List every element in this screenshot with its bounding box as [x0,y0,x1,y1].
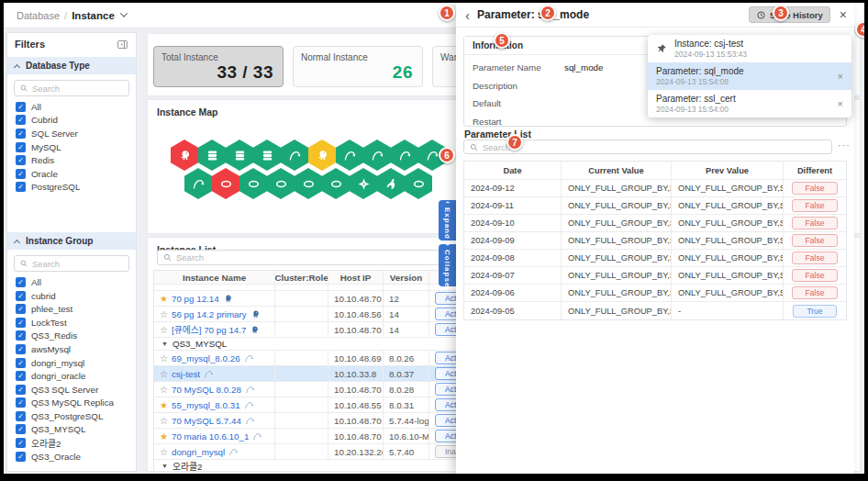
parameter-history-row[interactable]: 2024-09-11ONLY_FULL_GROUP_BY,STRICT_TRA.… [464,197,846,215]
filter-section-header-1[interactable]: Instance Group [7,232,136,250]
filter-checkbox-row[interactable]: ✓QS3 SQL Server [7,383,136,397]
filter-checkbox-row[interactable]: ✓Redis [7,153,136,167]
checkbox-checked-icon[interactable]: ✓ [16,304,26,314]
favorite-star-icon[interactable]: ☆ [160,447,168,457]
checkbox-checked-icon[interactable]: ✓ [16,438,26,448]
instance-list-search[interactable]: Search [157,250,443,265]
favorite-star-icon[interactable]: ★ [160,431,168,442]
more-options-icon[interactable]: ··· [838,140,851,151]
filter-checkbox-row[interactable]: ✓QS3 MySQL Replica [7,397,136,410]
parameter-history-row[interactable]: 2024-09-12ONLY_FULL_GROUP_BY,STRICT_TRA.… [464,180,846,197]
mysql-instance-hexagon[interactable] [336,140,363,171]
collapse-tab[interactable]: › Collapse [439,244,456,286]
checkbox-checked-icon[interactable]: ✓ [16,330,26,341]
layers-instance-hexagon[interactable] [198,140,226,171]
parameter-history-row[interactable]: 2024-09-06ONLY_FULL_GROUP_BY,STRICT_TRA.… [464,285,846,302]
checkbox-checked-icon[interactable]: ✓ [16,358,26,368]
layers-instance-hexagon[interactable] [253,140,281,171]
close-icon[interactable]: × [838,98,843,109]
checkbox-checked-icon[interactable]: ✓ [16,169,26,179]
oracle-instance-hexagon[interactable] [212,168,239,199]
history-item[interactable]: Parameter: sql_mode2024-09-13 15:54:08× [648,62,851,90]
chevron-down-icon[interactable] [120,9,128,17]
instance-name-link[interactable]: 70 maria 10.6.10_1 [172,431,249,442]
filter-checkbox-row[interactable]: ✓MySQL [7,140,136,154]
mysql-instance-hexagon[interactable] [184,168,212,199]
filter-search-input[interactable]: Search [14,80,129,96]
filter-checkbox-row[interactable]: ✓All [7,100,136,114]
filter-checkbox-row[interactable]: ✓QS3_Oracle [7,450,136,464]
oracle-instance-hexagon[interactable] [267,168,295,199]
checkbox-checked-icon[interactable]: ✓ [16,452,26,462]
filter-checkbox-row[interactable]: ✓QS3_PostgreSQL [7,409,136,423]
filter-checkbox-row[interactable]: ✓오라클2 [7,436,136,450]
oracle-instance-hexagon[interactable] [239,168,267,199]
filter-checkbox-row[interactable]: ✓phlee_test [7,302,136,316]
summary-card-1[interactable]: Normal Instance26 [293,46,423,87]
checkbox-checked-icon[interactable]: ✓ [16,129,26,139]
checkbox-checked-icon[interactable]: ✓ [16,397,26,408]
filter-checkbox-row[interactable]: ✓Oracle [7,167,136,181]
favorite-star-icon[interactable]: ☆ [160,325,168,335]
filter-search-input[interactable]: Search [14,255,129,272]
instance-name-link[interactable]: 69_mysql_8.0.26 [172,353,240,364]
close-icon[interactable]: × [838,71,843,82]
favorite-star-icon[interactable]: ☆ [160,309,168,319]
filter-checkbox-row[interactable]: ✓dongri_mysql [7,356,136,370]
filter-section-header-0[interactable]: Database Type [7,57,136,74]
filter-checkbox-row[interactable]: ✓cubrid [7,289,136,303]
mysql-instance-hexagon[interactable] [363,140,391,171]
parameter-history-row[interactable]: 2024-09-09ONLY_FULL_GROUP_BY,STRICT_TRA.… [464,232,846,250]
mysql-instance-hexagon[interactable] [281,140,308,171]
checkbox-checked-icon[interactable]: ✓ [16,277,26,287]
checkbox-checked-icon[interactable]: ✓ [16,142,26,152]
history-item[interactable]: Parameter: ssl_cert2024-09-13 15:54:00× [648,90,851,117]
checkbox-checked-icon[interactable]: ✓ [16,318,26,328]
close-icon[interactable]: × [840,8,847,21]
checkbox-checked-icon[interactable]: ✓ [16,344,26,354]
favorite-star-icon[interactable]: ☆ [160,416,168,426]
filter-checkbox-row[interactable]: ✓PostgreSQL [7,181,136,195]
instance-name-link[interactable]: 70 pg 12.14 [172,294,219,304]
oracle-instance-hexagon[interactable] [405,168,432,199]
summary-card-0[interactable]: Total Instance33 / 33 [153,46,284,87]
filter-checkbox-row[interactable]: ✓Cubrid [7,114,136,128]
instance-name-link[interactable]: dongri_mysql [172,447,225,457]
instance-name-link[interactable]: 70 MySQL 5.7.44 [172,416,241,426]
favorite-star-icon[interactable]: ★ [160,400,168,410]
checkbox-checked-icon[interactable]: ✓ [16,385,26,395]
slide-history-button[interactable]: Slide History [749,6,830,23]
breadcrumb-instance[interactable]: Instance [72,10,115,21]
filter-checkbox-row[interactable]: ✓SQL Server [7,127,136,140]
figure-instance-hexagon[interactable] [377,168,405,199]
filter-checkbox-row[interactable]: ✓LockTest [7,316,136,330]
favorite-star-icon[interactable]: ☆ [160,385,168,395]
back-chevron-icon[interactable]: ‹ [465,8,470,22]
checkbox-checked-icon[interactable]: ✓ [16,155,26,165]
filter-checkbox-row[interactable]: ✓All [7,275,136,289]
favorite-star-icon[interactable]: ★ [160,294,168,304]
mysql-instance-hexagon[interactable] [391,140,418,171]
instance-name-link[interactable]: 55_mysql_8.0.31 [172,400,240,410]
triangle-down-icon[interactable]: ▼ [161,463,168,469]
triangle-down-icon[interactable]: ▼ [161,341,168,347]
checkbox-checked-icon[interactable]: ✓ [16,291,26,301]
checkbox-checked-icon[interactable]: ✓ [16,424,26,434]
shuriken-instance-hexagon[interactable] [350,168,377,199]
checkbox-checked-icon[interactable]: ✓ [16,102,26,112]
filter-checkbox-row[interactable]: ✓dongri_oracle [7,369,136,383]
filter-checkbox-row[interactable]: ✓awsMysql [7,342,136,356]
breadcrumb-database[interactable]: Database [17,10,60,21]
checkbox-checked-icon[interactable]: ✓ [16,411,26,421]
instance-name-link[interactable]: 70 MySQL 8.0.28 [172,385,241,395]
checkbox-checked-icon[interactable]: ✓ [16,115,26,125]
parameter-history-row[interactable]: 2024-09-10ONLY_FULL_GROUP_BY,STRICT_TRA.… [464,215,846,232]
collapse-panel-icon[interactable] [117,39,128,50]
instance-name-link[interactable]: 56 pg 14.2 primary [172,309,247,319]
history-item[interactable]: Instance: csj-test2024-09-13 15:53:43 [648,35,851,62]
filter-checkbox-row[interactable]: ✓QS3_MYSQL [7,423,136,437]
favorite-star-icon[interactable]: ☆ [160,369,168,379]
parameter-history-row[interactable]: 2024-09-08ONLY_FULL_GROUP_BY,STRICT_TRA.… [464,250,846,267]
parameter-history-row[interactable]: 2024-09-07ONLY_FULL_GROUP_BY,STRICT_TRA.… [464,267,846,285]
instance-name-link[interactable]: csj-test [172,369,200,379]
